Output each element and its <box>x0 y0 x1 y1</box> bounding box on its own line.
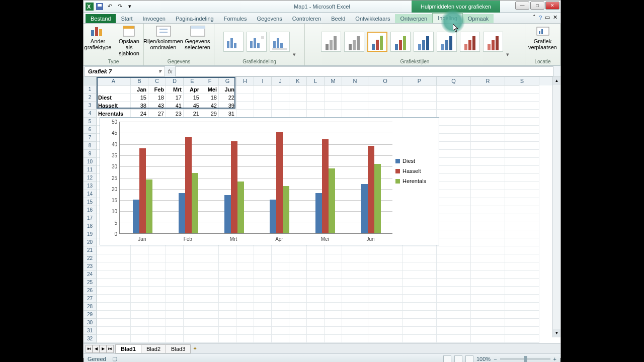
cell[interactable] <box>97 335 131 343</box>
cell[interactable]: 18 <box>201 94 219 102</box>
row-header[interactable]: 2 <box>84 94 97 102</box>
col-header[interactable]: J <box>272 77 289 85</box>
cell[interactable] <box>437 110 471 118</box>
cell[interactable] <box>307 335 325 343</box>
tab-ontwikkelaars[interactable]: Ontwikkelaars <box>350 14 395 23</box>
cell[interactable] <box>254 295 272 303</box>
tab-ontwerpen[interactable]: Ontwerpen <box>395 14 432 23</box>
select-all-corner[interactable] <box>84 77 97 85</box>
cell[interactable]: 23 <box>166 110 184 118</box>
cell[interactable] <box>272 254 289 262</box>
cell[interactable] <box>272 287 289 295</box>
cell[interactable] <box>437 327 471 335</box>
cell[interactable] <box>289 262 307 270</box>
layout-more-icon[interactable]: ▾ <box>293 51 296 58</box>
cell[interactable]: 22 <box>219 94 236 102</box>
col-header[interactable]: F <box>201 77 219 85</box>
cell[interactable] <box>166 262 184 270</box>
cell[interactable] <box>437 174 471 182</box>
cell[interactable] <box>289 85 307 94</box>
tab-nav-next[interactable]: ▶ <box>100 345 107 353</box>
cell[interactable] <box>437 198 471 206</box>
cell[interactable] <box>97 246 131 254</box>
cell[interactable] <box>471 198 505 206</box>
cell[interactable] <box>505 142 539 150</box>
cell[interactable] <box>505 102 539 110</box>
cell[interactable] <box>307 303 325 311</box>
cell[interactable] <box>471 102 505 110</box>
view-normal-button[interactable] <box>443 355 451 363</box>
cell[interactable] <box>219 335 236 343</box>
cell[interactable] <box>184 327 201 335</box>
cell[interactable] <box>148 254 166 262</box>
cell[interactable] <box>289 287 307 295</box>
cell[interactable] <box>201 287 219 295</box>
name-box[interactable]: Grafiek 7▾ <box>85 66 165 76</box>
cell[interactable] <box>236 295 254 303</box>
col-header[interactable]: D <box>166 77 184 85</box>
cell[interactable] <box>505 279 539 287</box>
cell[interactable] <box>272 270 289 279</box>
cell[interactable] <box>437 118 471 126</box>
cell[interactable] <box>148 287 166 295</box>
cell[interactable] <box>184 335 201 343</box>
cell[interactable] <box>272 94 289 102</box>
legend-item[interactable]: Hasselt <box>395 168 436 174</box>
row-header[interactable]: 29 <box>84 311 97 319</box>
cell[interactable] <box>184 287 201 295</box>
cell[interactable]: 29 <box>201 110 219 118</box>
cell[interactable] <box>148 279 166 287</box>
row-header[interactable]: 20 <box>84 238 97 246</box>
cell[interactable] <box>471 222 505 230</box>
cell[interactable] <box>471 327 505 335</box>
cell[interactable] <box>342 287 368 295</box>
chart-object[interactable]: 05101520253035404550 JanFebMrtAprMeiJun … <box>100 117 439 245</box>
cell[interactable] <box>437 279 471 287</box>
cell[interactable] <box>471 110 505 118</box>
cell[interactable] <box>505 222 539 230</box>
cell[interactable] <box>201 295 219 303</box>
col-header[interactable]: N <box>342 77 368 85</box>
bar-Hasselt-Feb[interactable] <box>185 137 192 233</box>
cell[interactable] <box>97 270 131 279</box>
cell[interactable] <box>368 94 403 102</box>
row-header[interactable]: 25 <box>84 279 97 287</box>
cell[interactable] <box>97 262 131 270</box>
zoom-in-icon[interactable]: + <box>553 356 556 362</box>
cell[interactable]: 15 <box>131 94 148 102</box>
sheet-tab[interactable]: Blad2 <box>141 344 166 353</box>
row-header[interactable]: 19 <box>84 230 97 238</box>
cell[interactable] <box>368 270 403 279</box>
row-header[interactable]: 4 <box>84 110 97 118</box>
cell[interactable] <box>148 295 166 303</box>
row-header[interactable]: 21 <box>84 246 97 254</box>
cell[interactable] <box>505 94 539 102</box>
cell[interactable] <box>342 262 368 270</box>
cell[interactable] <box>166 295 184 303</box>
cell[interactable] <box>148 262 166 270</box>
bar-Diest-Feb[interactable] <box>179 193 185 233</box>
col-header[interactable]: L <box>307 77 325 85</box>
cell[interactable] <box>325 246 342 254</box>
cell[interactable] <box>272 295 289 303</box>
row-header[interactable]: 24 <box>84 270 97 279</box>
cell[interactable] <box>437 158 471 166</box>
cell[interactable]: 17 <box>166 94 184 102</box>
cell[interactable] <box>505 270 539 279</box>
chart-style-8[interactable] <box>483 32 503 52</box>
cell[interactable]: 21 <box>184 110 201 118</box>
cell[interactable]: Mrt <box>166 85 184 94</box>
cell[interactable] <box>131 335 148 343</box>
cell[interactable] <box>289 311 307 319</box>
cell[interactable] <box>201 246 219 254</box>
cell[interactable] <box>254 94 272 102</box>
cell[interactable] <box>505 174 539 182</box>
undo-icon[interactable]: ↶ <box>106 3 114 11</box>
cell[interactable] <box>254 303 272 311</box>
cell[interactable] <box>201 254 219 262</box>
cell[interactable]: Herentals <box>97 110 131 118</box>
cell[interactable] <box>254 246 272 254</box>
tab-beeld[interactable]: Beeld <box>326 14 350 23</box>
bar-Diest-Mrt[interactable] <box>224 195 231 233</box>
col-header[interactable]: H <box>236 77 254 85</box>
